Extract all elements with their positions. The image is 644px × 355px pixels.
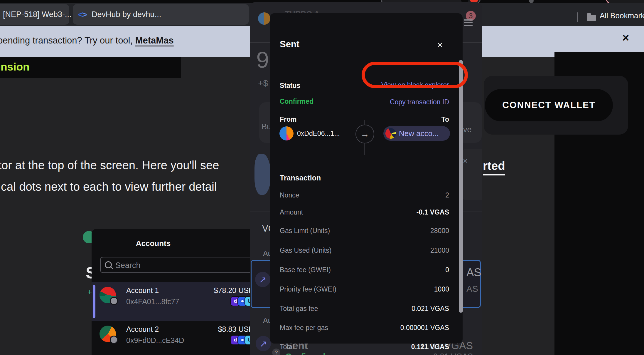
connect-wallet-button[interactable]: CONNECT WALLET bbox=[485, 89, 613, 121]
selected-indicator bbox=[93, 285, 95, 318]
activity-fiat-fragment: AS bbox=[466, 284, 478, 294]
sent-arrow-icon: ↗ bbox=[255, 272, 270, 287]
banner-close-icon[interactable]: × bbox=[622, 31, 629, 44]
fox-illustration-fragment bbox=[254, 154, 271, 195]
receive-button-fragment[interactable]: ve bbox=[463, 125, 472, 134]
to-label: To bbox=[441, 115, 449, 123]
tab-devhub-label[interactable]: DevHub by devhu... bbox=[92, 10, 161, 19]
tx-row-nonce: Nonce2 bbox=[280, 188, 449, 202]
popup-account-avatar bbox=[258, 12, 270, 25]
bookmarks-divider bbox=[577, 12, 578, 22]
account-2-balance: $8.83 USD bbox=[218, 325, 250, 334]
page-code-bar: nsion bbox=[0, 57, 181, 78]
popup-close-fragment[interactable]: × bbox=[463, 156, 468, 166]
tx-row-max-fee: Max fee per gas0.000001 VGAS bbox=[280, 320, 449, 335]
sent-arrow-icon: ↗ bbox=[256, 336, 271, 351]
banner-link[interactable]: MetaMas bbox=[135, 35, 174, 46]
tx-row-total-gas-fee: Total gas fee0.021 VGAS bbox=[280, 301, 449, 316]
token-badge-cyan: U bbox=[245, 335, 250, 345]
account-1-address: 0x4FA01...8fc77 bbox=[126, 297, 179, 306]
banner-text: pending transaction? Try our tool, MetaM… bbox=[0, 35, 174, 46]
page-highlight-fragment: nsion bbox=[1, 61, 30, 73]
from-avatar bbox=[279, 126, 294, 140]
account-1-balance: $78.20 USD bbox=[214, 286, 250, 295]
account-row-1[interactable]: Account 1 $78.20 USD 0x4FA01...8fc77 d U bbox=[92, 282, 250, 321]
search-input[interactable] bbox=[115, 259, 250, 272]
account-2-token-badges: d U bbox=[233, 335, 250, 345]
from-address[interactable]: 0xDdE06...1... bbox=[297, 130, 340, 138]
account-2-address: 0x9Fd0D...cE34D bbox=[126, 336, 184, 345]
accounts-panel-title: Accounts bbox=[92, 239, 215, 248]
account-2-name: Account 2 bbox=[126, 325, 159, 334]
tx-row-base-fee: Base fee (GWEI)0 bbox=[280, 262, 449, 277]
page-text-line2: ical dots next to each to view further d… bbox=[0, 180, 217, 193]
from-to-arrow-icon: → bbox=[355, 125, 374, 143]
accounts-search-box[interactable] bbox=[100, 257, 250, 273]
search-icon bbox=[105, 261, 112, 268]
from-label: From bbox=[280, 115, 297, 123]
tab-audio-dot-icon bbox=[529, 0, 534, 3]
modal-title: Sent bbox=[280, 39, 299, 50]
screen: [NEP-518] Web3-... <> DevHub by devhu...… bbox=[0, 0, 644, 355]
tx-row-gas-used: Gas Used (Units)21000 bbox=[280, 243, 449, 258]
red-annotation-highlight bbox=[362, 62, 468, 88]
tx-row-amount: Amount-0.1 VGAS bbox=[280, 205, 449, 220]
menu-icon[interactable] bbox=[464, 19, 473, 26]
popup-balance-change-fragment: +$ bbox=[258, 78, 268, 88]
tx-row-total: Total0.121 VGAS bbox=[280, 339, 449, 354]
account-1-token-badges: d U bbox=[233, 296, 250, 306]
tx-row-priority-fee: Priority fee (GWEI)1000 bbox=[280, 282, 449, 297]
account-1-name: Account 1 bbox=[126, 286, 159, 295]
activity-amount-fragment: AS bbox=[466, 266, 481, 279]
to-avatar bbox=[385, 128, 396, 139]
folder-icon bbox=[587, 15, 596, 21]
to-account-name: New acco... bbox=[399, 129, 439, 138]
account-1-network-badge bbox=[110, 297, 118, 305]
help-icon: ? bbox=[272, 349, 280, 355]
status-value: Confirmed bbox=[280, 98, 313, 106]
modal-close-icon[interactable]: × bbox=[437, 40, 443, 50]
all-bookmarks-button[interactable]: All Bookmarks bbox=[600, 11, 644, 20]
accounts-panel: Accounts Account 1 $78.20 USD 0x4FA01...… bbox=[92, 229, 250, 355]
page-plus-fragment: + bbox=[87, 287, 92, 297]
popup-scrollbar[interactable] bbox=[459, 60, 463, 313]
account-row-2[interactable]: Account 2 $8.83 USD 0x9Fd0D...cE34D d U bbox=[92, 321, 250, 355]
token-badge-cyan: U bbox=[245, 296, 250, 306]
tx-row-gas-limit: Gas Limit (Units)28000 bbox=[280, 223, 449, 238]
account-2-network-badge bbox=[110, 336, 118, 344]
copy-transaction-id-link[interactable]: Copy transaction ID bbox=[390, 98, 449, 106]
transaction-section-heading: Transaction bbox=[280, 174, 321, 182]
page-text-line1: tor at the top of the screen. Here you'l… bbox=[0, 159, 219, 172]
status-label: Status bbox=[280, 82, 300, 90]
code-icon: <> bbox=[78, 10, 87, 19]
page-heading-fragment: rted bbox=[483, 159, 505, 175]
popup-balance-fragment: 9 bbox=[256, 46, 269, 73]
to-account-pill[interactable]: New acco... bbox=[383, 126, 450, 141]
tab-nep-518-label[interactable]: [NEP-518] Web3-... bbox=[3, 10, 72, 19]
